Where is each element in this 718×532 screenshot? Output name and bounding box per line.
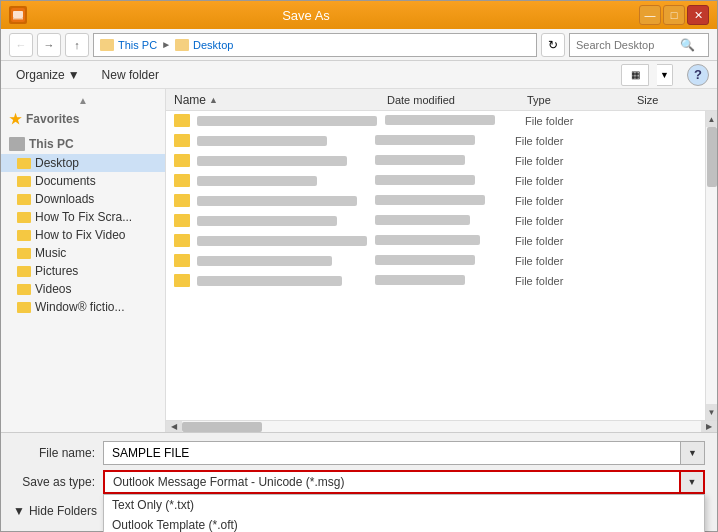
dropdown-item-txt[interactable]: Text Only (*.txt) — [104, 495, 704, 515]
dropdown-item-oft[interactable]: Outlook Template (*.oft) — [104, 515, 704, 532]
file-type: File folder — [511, 155, 621, 167]
folder-icon — [17, 248, 31, 259]
svg-rect-1 — [13, 11, 23, 18]
savetype-box: Outlook Message Format - Unicode (*.msg)… — [103, 470, 705, 494]
new-folder-button[interactable]: New folder — [95, 65, 166, 85]
sidebar-item-music[interactable]: Music — [1, 244, 165, 262]
scroll-right-button[interactable]: ▶ — [701, 421, 717, 433]
sidebar-item-videos[interactable]: Videos — [1, 280, 165, 298]
hide-folders-label: Hide Folders — [29, 504, 97, 518]
search-input[interactable] — [576, 39, 676, 51]
file-type: File folder — [511, 195, 621, 207]
folder-icon — [17, 230, 31, 241]
column-name[interactable]: Name ▲ — [170, 93, 383, 107]
table-row[interactable]: File folder — [166, 111, 705, 131]
sort-arrow: ▲ — [209, 95, 218, 105]
organize-button[interactable]: Organize ▼ — [9, 65, 87, 85]
close-button[interactable]: ✕ — [687, 5, 709, 25]
scroll-thumb[interactable] — [707, 127, 717, 187]
table-row[interactable]: File folder — [166, 191, 705, 211]
search-icon[interactable]: 🔍 — [680, 38, 695, 52]
favorites-header: ★ Favorites — [1, 108, 165, 130]
sidebar-item-documents[interactable]: Documents — [1, 172, 165, 190]
this-pc-icon — [9, 137, 25, 151]
favorites-section: ★ Favorites — [1, 108, 165, 130]
vertical-scrollbar[interactable]: ▲ ▼ — [705, 111, 717, 420]
this-pc-section: This PC Desktop Documents Downloads How … — [1, 134, 165, 316]
folder-icon — [174, 174, 190, 187]
sidebar-item-windows[interactable]: Window® fictio... — [1, 298, 165, 316]
sidebar-item-pictures[interactable]: Pictures — [1, 262, 165, 280]
forward-button[interactable]: → — [37, 33, 61, 57]
help-button[interactable]: ? — [687, 64, 709, 86]
sidebar-item-label: Documents — [35, 174, 96, 188]
maximize-button[interactable]: □ — [663, 5, 685, 25]
filename-row: File name: ▼ — [13, 441, 705, 465]
folder-icon — [174, 134, 190, 147]
bottom-section: File name: ▼ Save as type: Outlook Messa… — [1, 432, 717, 531]
sidebar-item-howfixvideo[interactable]: How to Fix Video — [1, 226, 165, 244]
table-row[interactable]: File folder — [166, 171, 705, 191]
folder-icon — [174, 214, 190, 227]
scroll-track[interactable] — [706, 127, 718, 404]
sidebar-item-label: Videos — [35, 282, 71, 296]
minimize-button[interactable]: — — [639, 5, 661, 25]
folder-icon — [17, 284, 31, 295]
desktop-folder-icon — [175, 39, 189, 51]
column-size[interactable]: Size — [633, 94, 713, 106]
file-type: File folder — [521, 115, 631, 127]
sidebar-item-label: Pictures — [35, 264, 78, 278]
organize-label: Organize — [16, 68, 65, 82]
folder-icon — [174, 194, 190, 207]
sidebar-item-howfixscra[interactable]: How To Fix Scra... — [1, 208, 165, 226]
filename-input[interactable] — [103, 441, 681, 465]
sidebar-item-label: Music — [35, 246, 66, 260]
address-part-pc: This PC — [118, 39, 157, 51]
sidebar-item-label: How to Fix Video — [35, 228, 126, 242]
up-button[interactable]: ↑ — [65, 33, 89, 57]
column-headers: Name ▲ Date modified Type Size — [166, 89, 717, 111]
hide-folders-button[interactable]: ▼ Hide Folders — [13, 504, 97, 518]
refresh-button[interactable]: ↻ — [541, 33, 565, 57]
address-toolbar: ← → ↑ This PC ► Desktop ↻ 🔍 — [1, 29, 717, 61]
folder-icon — [174, 234, 190, 247]
folder-icon — [17, 266, 31, 277]
back-button[interactable]: ← — [9, 33, 33, 57]
table-row[interactable]: File folder — [166, 151, 705, 171]
scroll-down-button[interactable]: ▼ — [706, 404, 718, 420]
table-row[interactable]: File folder — [166, 231, 705, 251]
address-separator: ► — [161, 39, 171, 50]
pc-folder-icon — [100, 39, 114, 51]
table-row[interactable]: File folder — [166, 251, 705, 271]
savetype-label: Save as type: — [13, 475, 103, 489]
sidebar-item-desktop[interactable]: Desktop — [1, 154, 165, 172]
table-row[interactable]: File folder — [166, 271, 705, 291]
view-button[interactable]: ▦ — [621, 64, 649, 86]
view-dropdown-button[interactable]: ▼ — [657, 64, 673, 86]
sidebar: ▲ ★ Favorites This PC Desktop — [1, 89, 166, 432]
horizontal-scrollbar[interactable]: ◀ ▶ — [166, 420, 717, 432]
file-type: File folder — [511, 215, 621, 227]
column-type[interactable]: Type — [523, 94, 633, 106]
save-as-dialog: Save As — □ ✕ ← → ↑ This PC ► Desktop ↻ … — [0, 0, 718, 532]
filename-dropdown-button[interactable]: ▼ — [681, 441, 705, 465]
savetype-dropdown-button[interactable]: ▼ — [681, 470, 705, 494]
scroll-track-h[interactable] — [182, 421, 701, 433]
folder-icon — [17, 194, 31, 205]
table-row[interactable]: File folder — [166, 211, 705, 231]
this-pc-header: This PC — [1, 134, 165, 154]
scroll-up-button[interactable]: ▲ — [706, 111, 718, 127]
folder-icon — [17, 302, 31, 313]
file-type: File folder — [511, 175, 621, 187]
address-bar[interactable]: This PC ► Desktop — [93, 33, 537, 57]
savetype-selected[interactable]: Outlook Message Format - Unicode (*.msg) — [103, 470, 681, 494]
svg-rect-2 — [13, 18, 23, 20]
savetype-row: Save as type: Outlook Message Format - U… — [13, 470, 705, 494]
savetype-dropdown-menu: Text Only (*.txt) Outlook Template (*.of… — [103, 494, 705, 532]
scroll-left-button[interactable]: ◀ — [166, 421, 182, 433]
column-modified[interactable]: Date modified — [383, 94, 523, 106]
sidebar-item-downloads[interactable]: Downloads — [1, 190, 165, 208]
folder-icon — [17, 212, 31, 223]
scroll-thumb-h[interactable] — [182, 422, 262, 432]
table-row[interactable]: File folder — [166, 131, 705, 151]
